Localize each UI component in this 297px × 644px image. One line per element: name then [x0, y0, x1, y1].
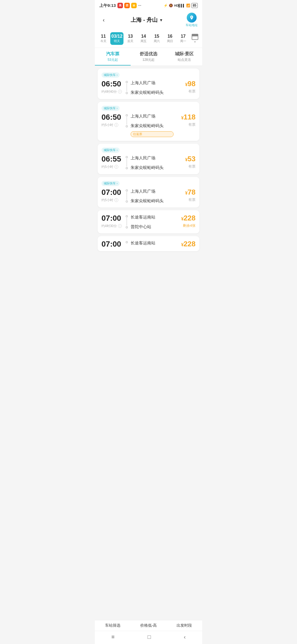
route-dot-top-0 [126, 81, 128, 83]
station-address-btn[interactable]: 车站地址 [186, 13, 198, 27]
stop-to-3: 朱家尖蜈蚣峙码头 [131, 198, 174, 204]
route-dot-top-5 [126, 241, 128, 243]
tickets-list: 城际快车 › 06:50 约4时40分 i 上海人民广场 朱家尖蜈蚣峙码头 [95, 66, 202, 279]
info-icon-1[interactable]: i [114, 123, 118, 127]
ticket-duration-4: 约4时30分 i [101, 224, 123, 228]
ticket-left-0: 06:50 约4时40分 i [101, 80, 123, 94]
tag-label-2: 城际快车 [104, 148, 116, 152]
ticket-main-3: 07:00 约5小时 i 上海人民广场 朱家尖蜈蚣峙码头 ¥78 有票 [101, 188, 196, 204]
ticket-card-1[interactable]: 城际快车 › 06:50 约5小时 i 上海人民广场 朱家尖蜈蚣峙码头 往返票 [98, 102, 199, 141]
tag-label-3: 城际快车 [104, 181, 116, 185]
ticket-left-3: 07:00 约5小时 i [101, 188, 123, 203]
ticket-stops-3: 上海人民广场 朱家尖蜈蚣峙码头 [131, 188, 174, 204]
route-line-4 [127, 218, 127, 226]
info-icon-2[interactable]: i [114, 165, 118, 169]
ticket-route-4 [123, 214, 131, 228]
date-tab-6[interactable]: 17 周一 [177, 32, 189, 45]
tag-arrow-0: › [117, 73, 117, 77]
battery: 85 [191, 3, 198, 8]
date-tab-5[interactable]: 16 周日 [164, 32, 176, 45]
info-icon-4[interactable]: i [118, 224, 122, 228]
ticket-tag-3[interactable]: 城际快车 › [101, 181, 120, 186]
route-dot-bottom-0 [126, 92, 128, 94]
ticket-stops-1: 上海人民广场 朱家尖蜈蚣峙码头 往返票 [131, 113, 174, 137]
intercity-tab-price: 站点灵活 [178, 58, 191, 62]
ticket-right-5: ¥228 [174, 240, 196, 248]
app-icon-1: 美 [117, 3, 123, 8]
route-dot-bottom-3 [126, 200, 128, 203]
tag-label-0: 城际快车 [104, 73, 116, 77]
return-tag-1[interactable]: 往返票 [131, 131, 174, 137]
ticket-avail-0: 有票 [188, 89, 196, 94]
transport-tab-bus[interactable]: 汽车票 53元起 [95, 48, 131, 66]
signal-icon: HD▌▌▌ [174, 4, 185, 7]
ticket-right-4: ¥228 剩余4张 [174, 214, 196, 228]
ticket-duration-3: 约5小时 i [101, 198, 123, 203]
ticket-right-0: ¥98 有票 [174, 80, 196, 94]
location-icon [187, 13, 197, 23]
ticket-tag-1[interactable]: 城际快车 › [101, 106, 120, 111]
date-tab-2[interactable]: 13 后天 [124, 32, 137, 45]
dropdown-icon[interactable]: ▼ [159, 18, 163, 22]
back-button[interactable]: ‹ [99, 17, 108, 23]
stop-from-5: 长途客运南站 [131, 241, 174, 246]
route-line-1 [127, 117, 127, 125]
stop-from-0: 上海人民广场 [131, 80, 174, 86]
stop-to-4: 普陀中心站 [131, 224, 174, 230]
more-apps: ··· [138, 3, 141, 8]
date-tab-0[interactable]: 11 今天 [97, 32, 110, 45]
ticket-time-5: 07:00 [101, 240, 123, 249]
ticket-price-1: ¥118 [181, 113, 196, 121]
stop-to-0: 朱家尖蜈蚣峙码头 [131, 90, 174, 95]
ticket-price-5: ¥228 [181, 240, 196, 248]
date-tab-1[interactable]: 03/12 明天 [110, 32, 123, 45]
ticket-card-5[interactable]: 07:00 长途客运南站 ¥228 [98, 236, 199, 251]
tag-arrow-3: › [117, 182, 117, 185]
ticket-tag-0[interactable]: 城际快车 › [101, 72, 120, 78]
calendar-button[interactable]: ▼ [190, 32, 200, 45]
route-line-0 [127, 84, 127, 91]
bluetooth-icon: ⚡ [164, 4, 168, 7]
ticket-stops-2: 上海人民广场 朱家尖蜈蚣峙码头 [131, 155, 174, 170]
date-tab-3[interactable]: 14 周五 [137, 32, 150, 45]
tag-arrow-2: › [117, 149, 117, 152]
route-line-3 [127, 192, 127, 200]
ticket-card-3[interactable]: 城际快车 › 07:00 约5小时 i 上海人民广场 朱家尖蜈蚣峙码头 [98, 177, 199, 208]
ticket-price-2: ¥53 [185, 155, 196, 163]
route-dot-bottom-1 [126, 125, 128, 127]
ticket-tag-2[interactable]: 城际快车 › [101, 148, 120, 153]
ticket-route-5 [123, 240, 131, 243]
ticket-duration-0: 约4时40分 i [101, 89, 123, 94]
stop-from-3: 上海人民广场 [131, 189, 174, 194]
ticket-route-3 [123, 188, 131, 203]
stop-to-2: 朱家尖蜈蚣峙码头 [131, 165, 174, 170]
ticket-avail-1: 有票 [188, 122, 196, 127]
status-right-icons: ⚡ 🔕 HD▌▌▌ 📶 85 [164, 3, 198, 8]
info-icon-3[interactable]: i [114, 198, 118, 202]
date-tab-4[interactable]: 15 周六 [150, 32, 163, 45]
ticket-price-4: ¥228 [181, 214, 196, 222]
app-icon-2: 团 [124, 3, 130, 8]
ticket-price-0: ¥98 [185, 80, 196, 88]
ticket-card-2[interactable]: 城际快车 › 06:55 约5小时 i 上海人民广场 朱家尖蜈蚣峙码头 [98, 144, 199, 174]
status-time: 上午9:13 [99, 3, 116, 8]
ticket-time-1: 06:50 [101, 113, 123, 122]
transport-tab-comfort[interactable]: 舒适优选 128元起 [131, 48, 166, 66]
ticket-stops-5: 长途客运南站 [131, 240, 174, 246]
transport-tab-intercity[interactable]: 城际·景区 站点灵活 [166, 48, 202, 66]
calendar-icon [192, 34, 198, 40]
intercity-tab-name: 城际·景区 [175, 51, 194, 57]
ticket-time-0: 06:50 [101, 80, 123, 88]
ticket-price-3: ¥78 [185, 188, 196, 196]
ticket-duration-1: 约5小时 i [101, 123, 123, 127]
ticket-main-4: 07:00 约4时30分 i 长途客运南站 普陀中心站 ¥228 剩余4张 [101, 214, 196, 230]
ticket-time-2: 06:55 [101, 155, 123, 163]
ticket-route-2 [123, 155, 131, 169]
ticket-stops-4: 长途客运南站 普陀中心站 [131, 214, 174, 230]
info-icon-0[interactable]: i [118, 90, 122, 94]
ticket-card-4[interactable]: 07:00 约4时30分 i 长途客运南站 普陀中心站 ¥228 剩余4张 [98, 210, 199, 233]
comfort-tab-price: 128元起 [142, 58, 155, 62]
ticket-card-0[interactable]: 城际快车 › 06:50 约4时40分 i 上海人民广场 朱家尖蜈蚣峙码头 [98, 69, 199, 99]
route-dot-top-2 [126, 156, 128, 158]
ticket-avail-4: 剩余4张 [183, 223, 196, 228]
